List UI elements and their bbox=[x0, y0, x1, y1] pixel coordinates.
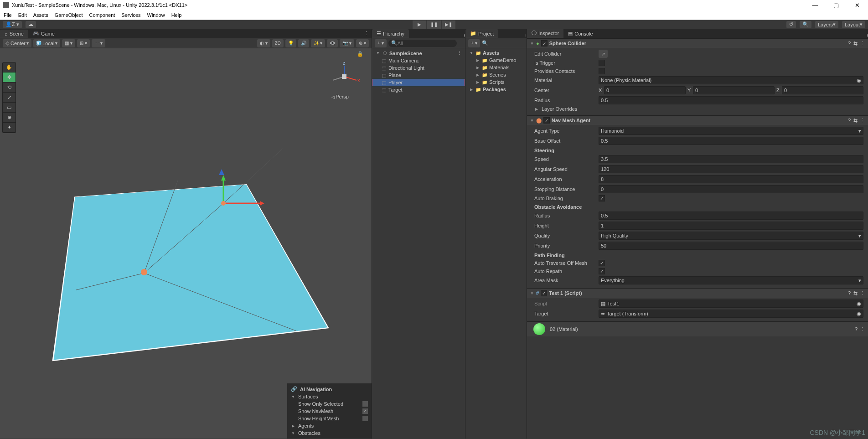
base-offset-input[interactable] bbox=[599, 137, 863, 145]
increment-toggle[interactable]: ⋯ ▾ bbox=[92, 39, 105, 47]
component-navmesh-agent[interactable]: ▼⬤ ✓ Nav Mesh Agent ?⇆⋮ bbox=[527, 116, 868, 125]
tab-scene[interactable]: ⌂Scene bbox=[0, 30, 28, 38]
orientation-gizmo[interactable]: x z bbox=[328, 62, 360, 92]
is-trigger-checkbox[interactable] bbox=[599, 60, 605, 66]
enable-checkbox[interactable]: ✓ bbox=[541, 290, 547, 296]
project-folder[interactable]: ▶📁Scripts bbox=[465, 78, 527, 86]
scene-row[interactable]: ▼⬡SampleScene⋮ bbox=[372, 49, 465, 57]
acceleration-input[interactable] bbox=[599, 175, 863, 183]
hierarchy-item-target[interactable]: ⬚Target bbox=[372, 86, 465, 93]
menu-assets[interactable]: Assets bbox=[33, 12, 48, 18]
menu-icon[interactable]: ⋮ bbox=[860, 290, 865, 296]
help-icon[interactable]: ? bbox=[848, 118, 851, 124]
2d-toggle[interactable]: 2D bbox=[272, 39, 284, 47]
project-assets[interactable]: ▼📁Assets bbox=[465, 49, 527, 57]
menu-window[interactable]: Window bbox=[147, 12, 165, 18]
cloud-button[interactable]: ☁ bbox=[26, 21, 36, 28]
projection-label[interactable]: ◁ Persp bbox=[331, 94, 349, 99]
step-button[interactable]: ▶❚ bbox=[442, 21, 455, 29]
account-dropdown[interactable]: 👤 Z ▾ bbox=[3, 21, 22, 28]
enable-checkbox[interactable]: ✓ bbox=[543, 117, 550, 124]
tab-options-icon[interactable]: ⋮ bbox=[361, 29, 372, 38]
object-picker-icon[interactable]: ◉ bbox=[857, 77, 861, 83]
menu-services[interactable]: Services bbox=[121, 12, 140, 18]
undo-history-button[interactable]: ↺ bbox=[786, 21, 796, 28]
hierarchy-search[interactable]: 🔍 All bbox=[388, 40, 457, 47]
center-x-input[interactable] bbox=[604, 86, 686, 94]
stopping-distance-input[interactable] bbox=[599, 185, 863, 193]
component-sphere-collider[interactable]: ▼● ✓ Sphere Collider ?⇆⋮ bbox=[527, 39, 868, 48]
preset-icon[interactable]: ⇆ bbox=[853, 41, 858, 46]
shading-dropdown[interactable]: ◐ ▾ bbox=[257, 39, 270, 47]
enable-checkbox[interactable]: ✓ bbox=[541, 40, 548, 46]
target-field[interactable]: ⬌Target (Transform)◉ bbox=[599, 310, 863, 318]
help-icon[interactable]: ? bbox=[848, 290, 851, 296]
overlay-show-navmesh[interactable]: Show NavMesh bbox=[298, 408, 333, 414]
menu-icon[interactable]: ⋮ bbox=[860, 326, 865, 332]
object-picker-icon[interactable]: ◉ bbox=[857, 311, 861, 317]
menu-component[interactable]: Component bbox=[89, 12, 115, 18]
hierarchy-item-light[interactable]: ⬚Directional Light bbox=[372, 64, 465, 72]
tab-inspector[interactable]: ⓘInspector bbox=[527, 29, 563, 38]
hierarchy-item-player[interactable]: ⬚Player bbox=[372, 79, 465, 86]
angular-speed-input[interactable] bbox=[599, 165, 863, 173]
search-icon[interactable]: 🔍 bbox=[482, 40, 488, 46]
snap-toggle[interactable]: ⊞ ▾ bbox=[77, 39, 90, 47]
ai-navigation-overlay[interactable]: 🔗AI Navigation ▼Surfaces Show Only Selec… bbox=[287, 383, 372, 439]
gizmos-dropdown[interactable]: ⊕ ▾ bbox=[356, 39, 369, 47]
menu-help[interactable]: Help bbox=[171, 12, 182, 18]
provides-contacts-checkbox[interactable] bbox=[599, 68, 605, 74]
camera-dropdown[interactable]: 📷 ▾ bbox=[340, 39, 354, 47]
menu-gameobject[interactable]: GameObject bbox=[55, 12, 83, 18]
grid-toggle[interactable]: ▦ ▾ bbox=[62, 39, 75, 47]
edit-collider-button[interactable]: ↗ bbox=[599, 50, 608, 58]
object-picker-icon[interactable]: ◉ bbox=[857, 301, 861, 307]
search-button[interactable]: 🔍 bbox=[800, 21, 811, 28]
project-folder[interactable]: ▶📁Scenes bbox=[465, 71, 527, 78]
menu-icon[interactable]: ⋮ bbox=[860, 118, 865, 124]
tab-hierarchy[interactable]: ☰Hierarchy bbox=[372, 29, 409, 38]
lighting-toggle[interactable]: 💡 bbox=[285, 39, 296, 47]
layers-dropdown[interactable]: Layers ▾ bbox=[815, 21, 838, 28]
component-script[interactable]: ▼# ✓ Test 1 (Script) ?⇆⋮ bbox=[527, 289, 868, 298]
close-button[interactable]: ✕ bbox=[849, 2, 865, 9]
auto-traverse-checkbox[interactable]: ✓ bbox=[599, 260, 605, 266]
overlay-surfaces[interactable]: Surfaces bbox=[298, 394, 318, 399]
quality-dropdown[interactable]: High Quality▾ bbox=[599, 232, 863, 240]
create-dropdown[interactable]: + ▾ bbox=[375, 39, 387, 47]
tab-console[interactable]: ▤Console bbox=[563, 29, 597, 38]
overlay-agents[interactable]: Agents bbox=[298, 423, 314, 429]
pause-button[interactable]: ❚❚ bbox=[427, 21, 441, 29]
audio-toggle[interactable]: 🔊 bbox=[298, 39, 309, 47]
overlay-obstacles[interactable]: Obstacles bbox=[298, 430, 320, 436]
project-folder[interactable]: ▶📁Materials bbox=[465, 64, 527, 71]
project-packages[interactable]: ▶📁Packages bbox=[465, 86, 527, 93]
scene-viewport[interactable]: ✋ ✥ ⟲ ⤢ ▭ ⊕ ✦ bbox=[0, 48, 372, 439]
project-folder[interactable]: ▶📁GameDemo bbox=[465, 57, 527, 64]
overlay-show-heightmesh[interactable]: Show HeightMesh bbox=[298, 416, 339, 421]
help-icon[interactable]: ? bbox=[848, 41, 851, 46]
material-field[interactable]: None (Physic Material)◉ bbox=[599, 76, 863, 84]
script-field[interactable]: ▦Test1◉ bbox=[599, 300, 863, 308]
space-dropdown[interactable]: 🧊Local ▾ bbox=[33, 39, 60, 47]
overlay-show-only-selected[interactable]: Show Only Selected bbox=[298, 401, 343, 407]
visibility-toggle[interactable]: 👁‍🗨 bbox=[327, 39, 338, 47]
material-header[interactable]: 02 (Material) ?⋮ bbox=[527, 322, 868, 336]
layout-dropdown[interactable]: Layout ▾ bbox=[842, 21, 865, 28]
auto-repath-checkbox[interactable]: ✓ bbox=[599, 268, 605, 274]
auto-braking-checkbox[interactable]: ✓ bbox=[599, 195, 605, 201]
menu-file[interactable]: File bbox=[4, 12, 12, 18]
speed-input[interactable] bbox=[599, 155, 863, 163]
center-z-input[interactable] bbox=[782, 86, 863, 94]
tab-project[interactable]: 📁Project bbox=[465, 29, 498, 38]
pivot-dropdown[interactable]: ◎Center ▾ bbox=[3, 39, 31, 47]
minimize-button[interactable]: — bbox=[807, 2, 823, 9]
scene-menu-icon[interactable]: ⋮ bbox=[457, 50, 462, 56]
help-icon[interactable]: ? bbox=[855, 326, 858, 332]
preset-icon[interactable]: ⇆ bbox=[853, 118, 858, 124]
maximize-button[interactable]: ▢ bbox=[828, 2, 844, 9]
radius-input[interactable] bbox=[599, 96, 863, 104]
project-create-dropdown[interactable]: + ▾ bbox=[468, 39, 480, 47]
nm-radius-input[interactable] bbox=[599, 212, 863, 220]
height-input[interactable] bbox=[599, 222, 863, 230]
